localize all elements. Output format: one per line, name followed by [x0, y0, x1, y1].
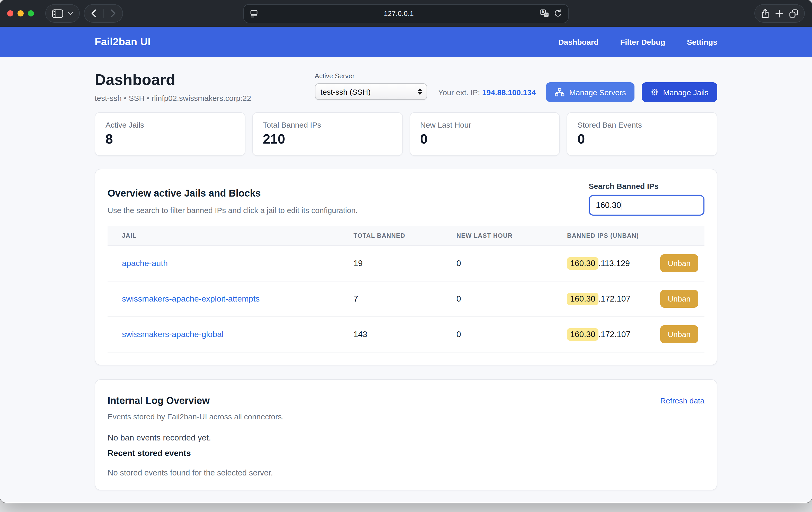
- manage-servers-button[interactable]: Manage Servers: [546, 82, 635, 102]
- column-header-new-last-hour: NEW LAST HOUR: [442, 232, 553, 239]
- banned-ip: 160.30.172.107: [553, 328, 656, 340]
- new-last-hour-value: 0: [442, 259, 553, 268]
- stat-card-active-jails: Active Jails 8: [95, 112, 245, 156]
- refresh-data-link[interactable]: Refresh data: [660, 396, 704, 405]
- table-row: apache-auth 19 0 160.30.113.129 Unban: [108, 246, 704, 281]
- recent-stored-events-title: Recent stored events: [108, 449, 704, 458]
- select-stepper-icon: [417, 88, 422, 95]
- tabs-overview-button[interactable]: [789, 9, 798, 18]
- stat-value: 210: [263, 132, 392, 146]
- no-ban-events-text: No ban events recorded yet.: [108, 433, 704, 442]
- stat-value: 8: [106, 132, 235, 146]
- unban-button[interactable]: Unban: [660, 254, 698, 272]
- ip-match-highlight: 160.30: [567, 328, 599, 340]
- url-text: 127.0.0.1: [258, 9, 540, 17]
- column-header-jail: JAIL: [108, 232, 339, 239]
- back-button[interactable]: [91, 9, 96, 18]
- forward-button[interactable]: [111, 9, 116, 18]
- ip-rest: .172.107: [599, 330, 631, 339]
- jail-link[interactable]: apache-auth: [122, 259, 168, 267]
- active-server-select[interactable]: test-ssh (SSH): [315, 83, 427, 100]
- banned-ip: 160.30.113.129: [553, 257, 656, 269]
- chevron-down-icon: [68, 12, 73, 15]
- unban-button[interactable]: Unban: [660, 325, 698, 343]
- page-settings-icon[interactable]: [250, 9, 258, 17]
- active-server-value: test-ssh (SSH): [320, 87, 371, 96]
- stat-card-new-last-hour: New Last Hour 0: [409, 112, 560, 156]
- table-row: swissmakers-apache-global 143 0 160.30.1…: [108, 317, 704, 352]
- search-banned-ips-input[interactable]: 160.30: [589, 195, 704, 215]
- nav-divider: [103, 9, 104, 18]
- new-last-hour-value: 0: [442, 294, 553, 303]
- sidebar-icon: [52, 9, 63, 18]
- overview-description: Use the search to filter banned IPs and …: [108, 205, 358, 214]
- new-tab-button[interactable]: [776, 9, 783, 17]
- stat-value: 0: [420, 132, 549, 146]
- log-title: Internal Log Overview: [108, 395, 210, 406]
- toolbar-actions: [754, 4, 805, 23]
- app-navbar: Fail2ban UI Dashboard Filter Debug Setti…: [0, 27, 812, 57]
- active-server-label: Active Server: [315, 72, 427, 80]
- page-title: Dashboard: [95, 71, 315, 88]
- total-banned-value: 143: [339, 330, 442, 339]
- stat-label: Total Banned IPs: [263, 120, 392, 129]
- nav-link-filter-debug[interactable]: Filter Debug: [620, 37, 665, 46]
- ip-match-highlight: 160.30: [567, 257, 599, 269]
- no-stored-events-text: No stored events found for the selected …: [108, 468, 704, 477]
- translate-icon[interactable]: A ☆: [540, 9, 549, 18]
- column-header-banned-ips: BANNED IPS (UNBAN): [553, 232, 656, 239]
- nav-link-settings[interactable]: Settings: [687, 37, 717, 46]
- minimize-button[interactable]: [18, 10, 24, 17]
- brand-link[interactable]: Fail2ban UI: [95, 36, 151, 48]
- new-last-hour-value: 0: [442, 330, 553, 339]
- stat-card-total-banned: Total Banned IPs 210: [252, 112, 403, 156]
- ext-ip: Your ext. IP: 194.88.100.134: [438, 88, 536, 96]
- text-caret: [621, 200, 622, 210]
- browser-window: 127.0.0.1 A ☆: [0, 0, 812, 503]
- share-button[interactable]: [761, 8, 769, 18]
- ext-ip-value: 194.88.100.134: [482, 88, 536, 96]
- stat-value: 0: [578, 132, 707, 146]
- manage-jails-label: Manage Jails: [663, 88, 708, 96]
- unban-button[interactable]: Unban: [660, 290, 698, 308]
- column-header-total-banned: TOTAL BANNED: [339, 232, 442, 239]
- ip-rest: .113.129: [599, 259, 630, 268]
- ext-ip-label: Your ext. IP:: [438, 88, 480, 96]
- total-banned-value: 19: [339, 259, 442, 268]
- jail-link[interactable]: swissmakers-apache-exploit-attempts: [122, 294, 260, 303]
- browser-titlebar: 127.0.0.1 A ☆: [0, 0, 812, 27]
- close-button[interactable]: [7, 10, 13, 17]
- page-body: Dashboard test-ssh • SSH • rlinfp02.swis…: [0, 57, 812, 503]
- svg-text:A: A: [541, 10, 544, 15]
- overview-title: Overview active Jails and Blocks: [108, 188, 358, 199]
- sidebar-toggle-button[interactable]: [45, 4, 80, 23]
- jails-table: JAIL TOTAL BANNED NEW LAST HOUR BANNED I…: [108, 226, 704, 352]
- jail-link[interactable]: swissmakers-apache-global: [122, 330, 224, 338]
- stat-card-stored-ban-events: Stored Ban Events 0: [567, 112, 718, 156]
- stat-label: Active Jails: [106, 120, 235, 129]
- search-input-value: 160.30: [596, 200, 621, 210]
- stat-label: New Last Hour: [420, 120, 549, 129]
- stat-label: Stored Ban Events: [578, 120, 707, 129]
- sitemap-icon: [555, 88, 565, 96]
- ip-rest: .172.107: [599, 294, 631, 303]
- reload-icon[interactable]: [554, 9, 562, 18]
- total-banned-value: 7: [339, 294, 442, 303]
- url-bar[interactable]: 127.0.0.1 A ☆: [243, 4, 569, 23]
- page-subtitle: test-ssh • SSH • rlinfp02.swissmakers.co…: [95, 94, 315, 103]
- ip-match-highlight: 160.30: [567, 292, 599, 305]
- window-controls: [7, 10, 34, 17]
- nav-link-dashboard[interactable]: Dashboard: [558, 37, 599, 46]
- svg-text:☆: ☆: [545, 13, 548, 17]
- history-nav: [84, 4, 123, 23]
- manage-servers-label: Manage Servers: [569, 88, 626, 96]
- zoom-button[interactable]: [28, 10, 34, 17]
- stat-cards: Active Jails 8 Total Banned IPs 210 New …: [95, 112, 717, 156]
- table-row: swissmakers-apache-exploit-attempts 7 0 …: [108, 281, 704, 317]
- banned-ip: 160.30.172.107: [553, 292, 656, 305]
- overview-panel: Overview active Jails and Blocks Use the…: [95, 169, 717, 365]
- table-header-row: JAIL TOTAL BANNED NEW LAST HOUR BANNED I…: [108, 226, 704, 246]
- manage-jails-button[interactable]: ⚙ Manage Jails: [642, 82, 717, 102]
- search-banned-ips-label: Search Banned IPs: [589, 181, 704, 190]
- log-subtitle: Events stored by Fail2ban-UI across all …: [108, 412, 704, 421]
